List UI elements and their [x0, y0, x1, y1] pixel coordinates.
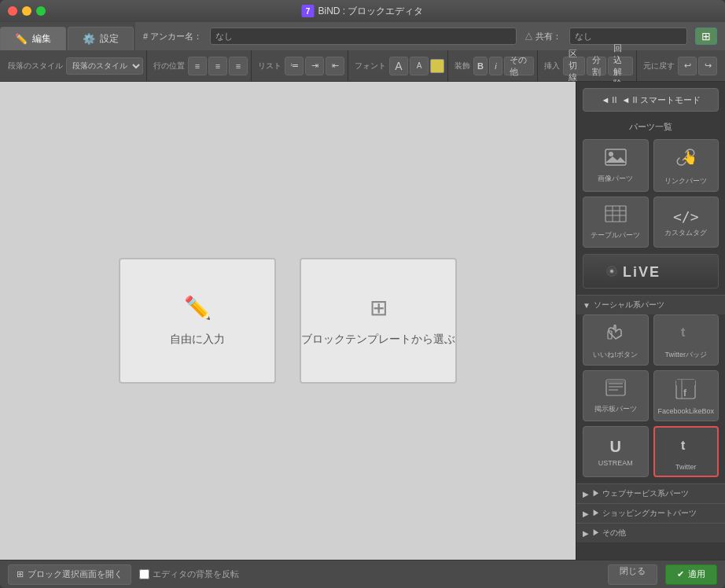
pencil-icon: ✏️: [184, 295, 212, 321]
grid-icon: ⊞: [17, 569, 24, 579]
ustream-button[interactable]: U USTREAM: [583, 426, 649, 477]
share-button[interactable]: ⊞: [695, 28, 717, 45]
close-window-button[interactable]: [8, 6, 17, 16]
anchor-input[interactable]: [210, 28, 517, 45]
table-parts-button[interactable]: テーブルパーツ: [583, 197, 649, 248]
web-service-label: ▶ ウェブサービス系パーツ: [592, 488, 689, 499]
twitter-badge-label: Twitterバッジ: [664, 350, 707, 360]
anchor-label: # アンカー名：: [143, 31, 202, 42]
app-icon: 7: [301, 5, 314, 17]
list-button[interactable]: ≔: [285, 57, 304, 75]
font-size-small-button[interactable]: A: [410, 57, 429, 75]
bottombar: ⊞ ブロック選択画面を開く エディタの背景を反転 閉じる ✔ 適用: [0, 560, 725, 588]
share-label: △ 共有：: [524, 31, 561, 42]
image-parts-button[interactable]: 画像パーツ: [583, 139, 649, 192]
italic-button[interactable]: i: [489, 57, 503, 75]
svg-text:LiVE: LiVE: [623, 264, 661, 280]
list-group: リスト ≔ ⇥ ⇤: [255, 50, 348, 81]
apply-button[interactable]: ✔ 適用: [665, 564, 717, 585]
font-color-picker[interactable]: [430, 59, 444, 73]
restore-group: 元に戻す ↩ ↪: [640, 50, 720, 81]
grid-icon: ⊞: [370, 295, 388, 321]
share-input[interactable]: [569, 28, 687, 45]
bg-flip-input[interactable]: [139, 569, 149, 579]
bold-button[interactable]: B: [473, 57, 488, 75]
svg-marker-2: [605, 156, 626, 163]
window-title: 7 BiND : ブロックエディタ: [301, 5, 423, 18]
traffic-lights: [8, 6, 46, 16]
custom-tag-button[interactable]: </> カスタムタグ: [653, 197, 719, 248]
parts-panel-title: パーツ一覧: [576, 118, 725, 139]
svg-text:t: t: [681, 439, 686, 452]
titlebar: 7 BiND : ブロックエディタ: [0, 0, 725, 22]
image-parts-label: 画像パーツ: [598, 174, 633, 184]
like-button-part[interactable]: いいね!ボタン: [583, 314, 649, 366]
twitter-badge-icon: t: [675, 322, 696, 347]
other-section-header[interactable]: ▶ ▶ その他: [576, 523, 725, 542]
sidebar: ◄ II ◄ II スマートモード パーツ一覧 画像パーツ: [576, 82, 725, 560]
cut-button[interactable]: 区切線: [563, 57, 585, 75]
smart-mode-label: ◄ II スマートモード: [621, 94, 700, 106]
live-button[interactable]: LiVE: [583, 254, 719, 288]
link-parts-button[interactable]: 👆 リンクパーツ: [653, 139, 719, 192]
insert-group: 挿入 区切線 分割 回込解除: [541, 50, 637, 81]
parts-grid: 画像パーツ 👆 リンクパーツ: [576, 139, 725, 254]
svg-point-1: [609, 152, 613, 156]
edit-icon: ✏️: [15, 33, 28, 45]
facebook-likebox-button[interactable]: f FacebookLikeBox: [653, 370, 719, 421]
line-position-group: 行の位置 ≡ ≡ ≡: [150, 50, 252, 81]
facebook-icon: f: [675, 379, 696, 404]
web-service-section-header[interactable]: ▶ ▶ ウェブサービス系パーツ: [576, 483, 725, 503]
maximize-window-button[interactable]: [36, 6, 46, 16]
paragraph-select[interactable]: 段落のスタイル: [66, 57, 143, 75]
link-icon: 👆: [675, 146, 697, 173]
other-label: ▶ その他: [592, 527, 626, 538]
social-section-header[interactable]: ▼ ソーシャル系パーツ: [576, 295, 725, 314]
close-button[interactable]: 閉じる: [608, 564, 657, 585]
svg-point-16: [676, 322, 695, 341]
bulletin-icon: [605, 379, 626, 401]
template-card[interactable]: ⊞ ブロックテンプレートから選ぶ: [300, 258, 457, 384]
align-right-button[interactable]: ≡: [229, 57, 248, 75]
web-service-arrow-icon: ▶: [583, 490, 589, 498]
bulletin-board-button[interactable]: 掲示板パーツ: [583, 370, 649, 421]
anchorbar: # アンカー名： △ 共有： ⊞: [135, 22, 725, 50]
font-size-large-button[interactable]: A: [389, 57, 408, 75]
custom-tag-icon: </>: [673, 208, 699, 225]
open-block-button[interactable]: ⊞ ブロック選択画面を開く: [8, 564, 131, 585]
tab-settings[interactable]: ⚙️ 設定: [68, 27, 134, 50]
social-section-label: ソーシャル系パーツ: [594, 300, 664, 311]
align-center-button[interactable]: ≡: [208, 57, 227, 75]
undo-button[interactable]: ↩: [678, 57, 697, 75]
outdent-button[interactable]: ⇤: [326, 57, 344, 75]
restore-label: 元に戻す: [643, 61, 675, 72]
shopping-section-header[interactable]: ▶ ▶ ショッピングカートパーツ: [576, 503, 725, 523]
other-decoration-button[interactable]: その他: [504, 57, 534, 75]
minimize-window-button[interactable]: [22, 6, 31, 16]
font-group: フォント A A: [351, 50, 448, 81]
twitter-button[interactable]: t Twitter: [653, 426, 719, 477]
social-parts-grid: いいね!ボタン t Twitterバッジ: [576, 314, 725, 483]
indent-button[interactable]: ⇥: [305, 57, 324, 75]
settings-icon: ⚙️: [83, 33, 95, 45]
shopping-arrow-icon: ▶: [583, 509, 589, 518]
tab-edit[interactable]: ✏️ 編集: [0, 27, 66, 50]
smart-mode-button[interactable]: ◄ II ◄ II スマートモード: [583, 88, 719, 112]
main-area: ✏️ 自由に入力 ⊞ ブロックテンプレートから選ぶ ◄ II ◄ II スマート…: [0, 82, 725, 560]
twitter-badge-button[interactable]: t Twitterバッジ: [653, 314, 719, 366]
redo-button[interactable]: ↪: [698, 57, 717, 75]
svg-rect-24: [676, 380, 695, 385]
table-parts-label: テーブルパーツ: [591, 230, 640, 241]
wrap-button[interactable]: 回込解除: [608, 57, 633, 75]
decoration-label: 装飾: [455, 61, 470, 72]
svg-rect-5: [605, 206, 626, 222]
font-label: フォント: [355, 61, 386, 72]
align-left-button[interactable]: ≡: [188, 57, 207, 75]
split-button[interactable]: 分割: [587, 57, 606, 75]
bg-flip-checkbox[interactable]: エディタの背景を反転: [139, 568, 239, 580]
ustream-icon: U: [610, 438, 621, 456]
toolbar: 段落のスタイル 段落のスタイル 行の位置 ≡ ≡ ≡ リスト ≔ ⇥ ⇤ フォン…: [0, 50, 725, 82]
table-icon: [605, 205, 627, 227]
free-input-card[interactable]: ✏️ 自由に入力: [119, 258, 276, 384]
list-label: リスト: [258, 61, 282, 72]
